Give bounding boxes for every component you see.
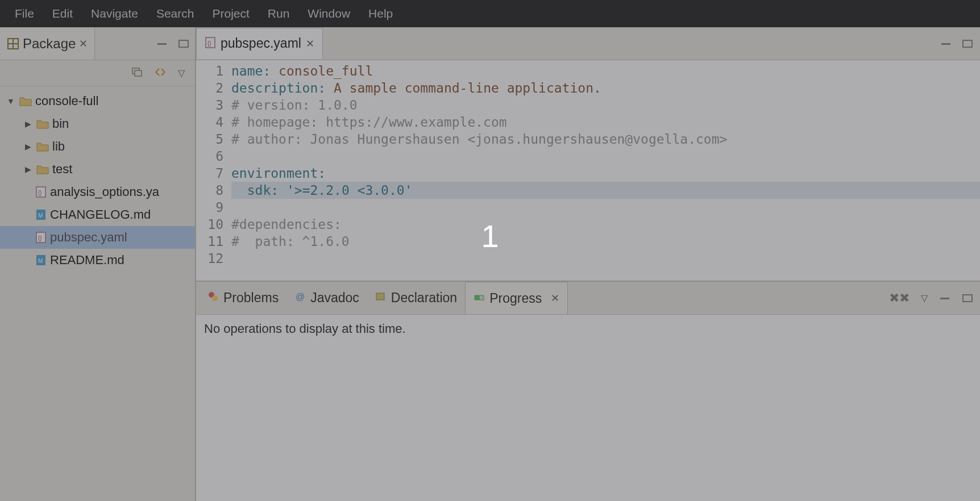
tree-file[interactable]: {}pubspec.yaml	[0, 226, 195, 249]
svg-rect-25	[940, 298, 949, 299]
svg-text:M: M	[38, 258, 43, 264]
menu-run[interactable]: Run	[259, 2, 299, 25]
editor-tab[interactable]: {} pubspec.yaml ✕	[196, 28, 323, 60]
view-menu-icon[interactable]: ▽	[921, 293, 928, 303]
tab-progress[interactable]: Progress✕	[465, 282, 568, 314]
package-icon	[7, 37, 19, 50]
progress-empty-text: No operations to display at this time.	[204, 322, 406, 336]
yaml-file-icon: {}	[35, 186, 47, 198]
tab-problems[interactable]: Problems	[200, 282, 286, 314]
problems-icon	[207, 290, 219, 306]
expand-arrow-icon[interactable]: ▶	[23, 165, 33, 174]
svg-text:@: @	[296, 292, 305, 302]
tree-file[interactable]: MCHANGELOG.md	[0, 203, 195, 226]
minimize-icon[interactable]	[939, 294, 950, 303]
svg-text:{}: {}	[38, 235, 42, 241]
menu-help[interactable]: Help	[359, 2, 402, 25]
svg-rect-4	[179, 40, 188, 47]
tree-label: CHANGELOG.md	[50, 207, 151, 222]
markdown-file-icon: M	[35, 254, 47, 266]
svg-text:M: M	[38, 212, 43, 219]
markdown-file-icon: M	[35, 208, 47, 221]
tab-label: Problems	[223, 290, 279, 306]
tree-label: README.md	[50, 253, 124, 268]
menu-file[interactable]: File	[6, 2, 43, 25]
tree-label: lib	[52, 139, 65, 154]
editor-panel: {} pubspec.yaml ✕ 123456789101112 name: …	[196, 27, 980, 282]
yaml-file-icon: {}	[35, 231, 47, 244]
tree-project[interactable]: ▼console-full	[0, 90, 195, 112]
menu-search[interactable]: Search	[147, 2, 204, 25]
code-editor[interactable]: 123456789101112 name: console_fulldescri…	[196, 60, 980, 281]
view-menu-icon[interactable]: ▽	[178, 68, 185, 78]
maximize-icon[interactable]	[962, 294, 973, 303]
tree-file[interactable]: MREADME.md	[0, 249, 195, 272]
declaration-icon	[375, 290, 387, 306]
tree-file[interactable]: {}analysis_options.ya	[0, 181, 195, 203]
svg-rect-24	[475, 295, 480, 300]
tree-folder-bin[interactable]: ▶bin	[0, 112, 195, 135]
menu-project[interactable]: Project	[203, 2, 258, 25]
package-explorer-panel: Package ✕ ▽ ▼console-full▶bin▶lib▶test{}…	[0, 27, 196, 501]
menu-navigate[interactable]: Navigate	[82, 2, 147, 25]
close-icon[interactable]: ✕	[79, 37, 88, 50]
menu-window[interactable]: Window	[298, 2, 359, 25]
link-editor-icon[interactable]	[154, 67, 167, 80]
tree-folder-test[interactable]: ▶test	[0, 158, 195, 181]
maximize-icon[interactable]	[962, 39, 973, 48]
svg-rect-6	[135, 70, 142, 76]
tree-label: analysis_options.ya	[50, 185, 159, 199]
line-gutter: 123456789101112	[196, 60, 229, 281]
expand-arrow-icon[interactable]: ▼	[6, 97, 16, 106]
tree-label: console-full	[35, 94, 98, 108]
close-icon[interactable]: ✕	[306, 37, 314, 50]
package-tree: ▼console-full▶bin▶lib▶test{}analysis_opt…	[0, 86, 195, 501]
svg-text:{}: {}	[38, 190, 42, 196]
tree-folder-lib[interactable]: ▶lib	[0, 135, 195, 158]
menu-edit[interactable]: Edit	[43, 2, 82, 25]
folder-icon	[36, 119, 49, 129]
svg-rect-26	[963, 295, 972, 302]
package-view-label: Package	[23, 36, 76, 52]
package-toolbar: ▽	[0, 60, 195, 86]
svg-rect-18	[963, 40, 972, 47]
maximize-icon[interactable]	[178, 39, 189, 48]
svg-point-20	[212, 295, 218, 301]
close-icon[interactable]: ✕	[551, 292, 559, 304]
yaml-file-icon: {}	[205, 36, 216, 51]
menubar: FileEditNavigateSearchProjectRunWindowHe…	[0, 0, 980, 27]
folder-icon	[36, 141, 49, 152]
folder-open-icon	[19, 96, 32, 106]
tree-label: bin	[52, 116, 69, 131]
expand-arrow-icon[interactable]: ▶	[23, 119, 33, 128]
editor-tabrow: {} pubspec.yaml ✕	[196, 27, 980, 60]
editor-tab-label: pubspec.yaml	[221, 36, 301, 51]
progress-content: No operations to display at this time.	[196, 315, 980, 501]
folder-icon	[36, 164, 49, 174]
tab-declaration[interactable]: Declaration	[367, 282, 465, 314]
package-view-tabrow: Package ✕	[0, 27, 195, 60]
package-view-tab[interactable]: Package ✕	[0, 27, 95, 60]
svg-rect-3	[157, 43, 167, 45]
collapse-all-icon[interactable]	[131, 67, 143, 80]
javadoc-icon: @	[294, 290, 306, 306]
tab-label: Javadoc	[310, 290, 359, 306]
tab-label: Progress	[489, 291, 542, 306]
progress-icon	[474, 291, 485, 306]
bottom-panel: Problems@JavadocDeclarationProgress✕✖✖▽ …	[196, 282, 980, 501]
svg-text:{}: {}	[207, 40, 211, 47]
minimize-icon[interactable]	[156, 39, 168, 48]
remove-all-icon[interactable]: ✖✖	[889, 291, 910, 306]
overlay-number: 1	[481, 218, 499, 254]
tree-label: pubspec.yaml	[50, 230, 127, 245]
svg-rect-17	[941, 43, 950, 45]
tab-label: Declaration	[391, 290, 457, 306]
bottom-tabrow: Problems@JavadocDeclarationProgress✕✖✖▽	[196, 282, 980, 315]
svg-rect-22	[376, 293, 384, 300]
tree-label: test	[52, 162, 72, 177]
minimize-icon[interactable]	[940, 39, 952, 48]
code-content[interactable]: name: console_fulldescription: A sample …	[229, 60, 980, 281]
expand-arrow-icon[interactable]: ▶	[23, 142, 33, 151]
tab-javadoc[interactable]: @Javadoc	[286, 282, 367, 314]
